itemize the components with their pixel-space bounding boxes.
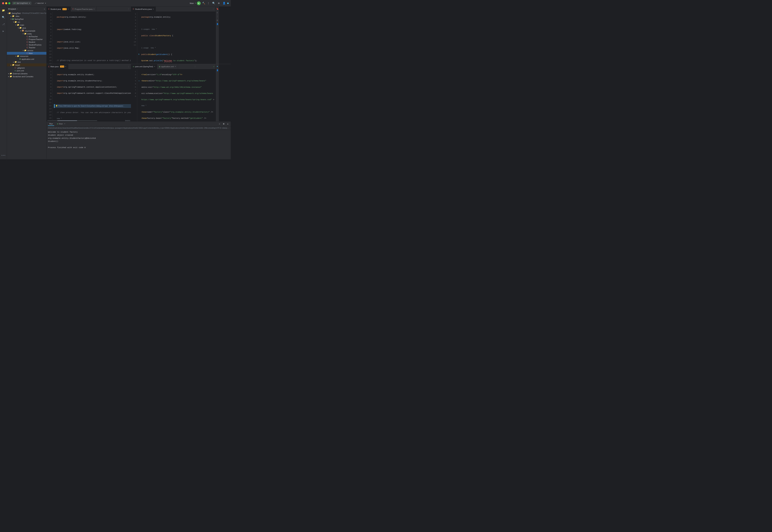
project-settings-icon[interactable]: ⚙ bbox=[44, 8, 45, 10]
search-button[interactable]: 🔍 bbox=[212, 1, 216, 5]
tree-item-studentfactory[interactable]: C StudentFactory bbox=[7, 43, 46, 46]
tab-close-icon[interactable]: ✕ bbox=[65, 66, 66, 67]
tab-close-icon[interactable]: ✕ bbox=[154, 66, 155, 67]
build-button[interactable]: 🔨 bbox=[202, 1, 206, 5]
code-editor-xml[interactable]: 12345 6789 <?xml version="1.0" encoding=… bbox=[131, 69, 216, 122]
code-editor-student[interactable]: 12345 678910 1112131415 161718 package o… bbox=[47, 12, 131, 64]
tab-close-icon[interactable]: ✕ bbox=[152, 8, 154, 10]
scroll-up-button[interactable]: ▲ bbox=[226, 122, 229, 126]
line-numbers: 12345 678910 1112131415 161718 bbox=[47, 12, 53, 64]
project-name: SpringTest bbox=[17, 2, 28, 4]
user-icon-2[interactable]: 👤 bbox=[216, 69, 219, 72]
tab-more-button[interactable]: ⋮ bbox=[211, 8, 216, 10]
tree-item-src[interactable]: ▾ 📁 src bbox=[7, 21, 46, 23]
structure-icon[interactable]: ≡ bbox=[216, 11, 219, 14]
bottom-toolbar-right: ↺ ⏹ ▲ bbox=[218, 122, 229, 126]
tab-close-icon[interactable]: ✕ bbox=[67, 8, 69, 10]
chevron-right-icon: ▸ bbox=[12, 61, 14, 63]
tree-item-entity[interactable]: ▾ 📁 entity bbox=[7, 32, 46, 35]
tab-pom-xml[interactable]: m pom.xml (SpringTest) ✕ bbox=[131, 64, 157, 69]
tree-item-student[interactable]: C Student bbox=[7, 41, 46, 43]
close-button[interactable] bbox=[2, 2, 4, 4]
tree-item-main-class[interactable]: C Main bbox=[7, 52, 46, 55]
line-numbers: 12345 67891011 bbox=[131, 12, 137, 64]
branch-switcher[interactable]: ⎇ master ▾ bbox=[33, 2, 47, 5]
editor-pane-student: C Student.java ⚠ 2 ✕ C ProgramTeacher.ja… bbox=[47, 7, 131, 64]
tab-more-button[interactable]: ⋮ bbox=[126, 66, 131, 68]
maximize-button[interactable] bbox=[8, 2, 10, 4]
tree-label-idea: .idea bbox=[15, 15, 19, 17]
tab-close-icon[interactable]: ✕ bbox=[64, 123, 65, 125]
project-dropdown-icon[interactable]: ▾ bbox=[17, 8, 18, 10]
tree-item-scratches[interactable]: ▸ 📁 Scratches and Consoles bbox=[7, 75, 46, 78]
sidebar-icon-more[interactable]: ••• bbox=[1, 153, 6, 158]
tab-studentfactory-java[interactable]: C StudentFactory.java ✕ bbox=[131, 7, 156, 12]
stop-button[interactable]: ⏹ bbox=[222, 122, 225, 126]
tab-run[interactable]: Run bbox=[48, 122, 54, 126]
folder-icon: 📁 bbox=[24, 33, 27, 35]
output-line-6: Process finished with exit code 0 bbox=[48, 146, 229, 149]
run-button[interactable]: ▶ bbox=[197, 1, 201, 5]
tab-close-icon[interactable]: ✕ bbox=[174, 66, 176, 67]
tab-label-pom-xml: pom.xml (SpringTest) bbox=[135, 66, 153, 68]
user-icon[interactable]: 👤 bbox=[216, 23, 219, 26]
tab-close-icon[interactable]: ✕ bbox=[93, 8, 95, 10]
tab-more-button[interactable]: ⋮ bbox=[193, 66, 198, 68]
chevron-down-icon: ▾ bbox=[10, 18, 12, 20]
minimize-button[interactable] bbox=[5, 2, 7, 4]
tree-item-programteacher[interactable]: C ProgramTeacher bbox=[7, 38, 46, 41]
bottom-tab-bar: Run ● Main ✕ ↺ ⏹ ▲ bbox=[47, 122, 231, 126]
tree-item-gitignore[interactable]: ⬡ .gitignore bbox=[7, 66, 46, 69]
more-actions-button[interactable]: ⋮ bbox=[207, 1, 210, 5]
editor-pane-main: C Main.java ⚠ 3 ✕ ⋮ 12345 678910 11 bbox=[47, 64, 131, 122]
tree-item-springtest-module[interactable]: ▾ ▣ SpringTest bbox=[7, 18, 46, 21]
traffic-lights bbox=[2, 2, 10, 4]
tree-item-springtest-root[interactable]: ▾ 📁 SpringTest ~/Desktop/C5/JavaEE/2 Jav… bbox=[7, 12, 46, 15]
code-editor-main[interactable]: 12345 678910 1112131415 16171819202122 i… bbox=[47, 69, 131, 120]
tab-student-java[interactable]: C Student.java ⚠ 2 ✕ bbox=[47, 7, 71, 12]
hierarchy-icon[interactable]: ⋮ bbox=[216, 15, 219, 18]
code-editor-studentfactory[interactable]: 12345 67891011 package org.example.entit… bbox=[131, 12, 216, 64]
folder-icon: 📁 bbox=[19, 27, 22, 29]
tree-item-pom-xml[interactable]: m pom.xml bbox=[7, 69, 46, 72]
notification-dot-icon[interactable]: ● bbox=[216, 65, 219, 68]
output-line-3: org.example.entity.StudentFactory@58c1c8… bbox=[48, 137, 229, 140]
tab-more-button[interactable]: ⋮ bbox=[126, 8, 131, 10]
tree-item-teacher[interactable]: C Teacher bbox=[7, 46, 46, 49]
project-switcher[interactable]: ST SpringTest ▾ bbox=[12, 2, 31, 5]
tab-main-java[interactable]: C Main.java ⚠ 3 ✕ bbox=[47, 64, 68, 69]
sidebar-icon-run[interactable]: ▶ bbox=[1, 29, 6, 33]
gutter-collapse-icon[interactable]: ▾ bbox=[138, 80, 139, 82]
tree-item-idea[interactable]: ▸ 📁 .idea bbox=[7, 15, 46, 18]
tab-programteacher-java[interactable]: C ProgramTeacher.java ✕ bbox=[71, 7, 97, 12]
sidebar-icon-git[interactable]: ⎇ bbox=[1, 22, 6, 27]
tree-item-org-example[interactable]: ▾ 📦 org.example bbox=[7, 29, 46, 32]
chevron-right-icon: ▸ bbox=[10, 64, 12, 66]
tree-item-application-xml[interactable]: ⊠ application.xml bbox=[7, 58, 46, 61]
sidebar-icons: 📁 🔍 ⎇ ▶ ••• bbox=[0, 7, 7, 159]
horizontal-scrollbar[interactable]: beans bbox=[47, 120, 131, 121]
tree-label-resources: resources bbox=[20, 55, 28, 57]
tree-item-java[interactable]: ▾ 📁 java bbox=[7, 26, 46, 29]
tree-item-artteacher[interactable]: C ArtTeacher bbox=[7, 35, 46, 38]
bookmark-icon[interactable]: 🔖 bbox=[216, 8, 219, 10]
tree-item-test[interactable]: ▸ 📁 test bbox=[7, 61, 46, 63]
sidebar-icon-search[interactable]: 🔍 bbox=[1, 15, 6, 20]
tree-item-resources[interactable]: ▾ 📁 resources bbox=[7, 55, 46, 58]
tree-item-ext-libs[interactable]: ▸ 📁 External Libraries bbox=[7, 72, 46, 75]
run-command: /Users/eva/Library/Java/JavaVirtualMachi… bbox=[48, 127, 229, 129]
tab-application-xml[interactable]: ⊠ application.xml ✕ bbox=[157, 64, 178, 69]
tree-item-target[interactable]: ▸ 📁 target bbox=[7, 63, 46, 66]
tree-item-main[interactable]: ▾ 📁 main bbox=[7, 23, 46, 26]
settings-button[interactable]: ⚙ bbox=[217, 1, 221, 5]
tree-item-service[interactable]: ▾ 📁 service bbox=[7, 49, 46, 52]
run-dot-icon: ● bbox=[57, 123, 58, 125]
tab-bar-pane3: C Main.java ⚠ 3 ✕ ⋮ bbox=[47, 64, 131, 69]
tab-main-run[interactable]: ● Main ✕ bbox=[56, 122, 67, 126]
rerun-button[interactable]: ↺ bbox=[218, 122, 221, 126]
sidebar-icon-project[interactable]: 📁 bbox=[1, 8, 6, 13]
chevron-down-icon: ▾ bbox=[15, 24, 17, 26]
maven-icon[interactable]: m bbox=[216, 19, 219, 22]
notification-dot bbox=[227, 3, 229, 4]
profile-button[interactable]: 👤 bbox=[222, 1, 226, 5]
